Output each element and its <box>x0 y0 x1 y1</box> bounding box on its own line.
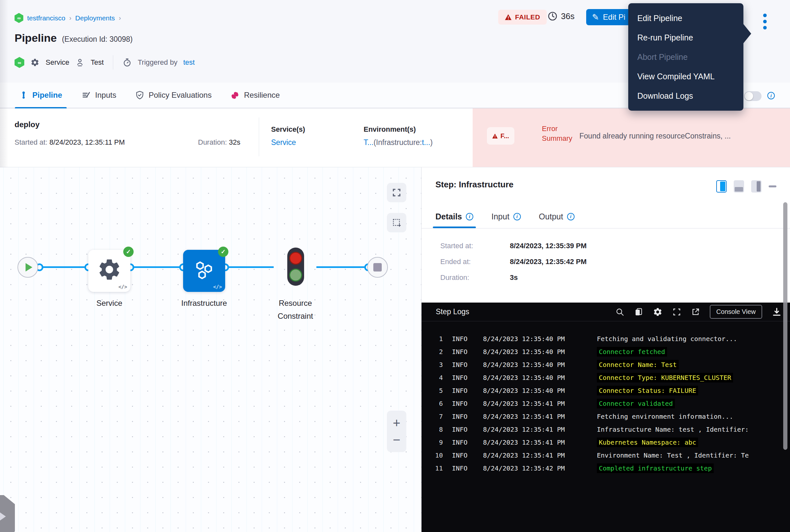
breadcrumb-deployments-link[interactable]: Deployments <box>75 14 115 22</box>
success-check-icon: ✓ <box>218 247 228 257</box>
download-logs-icon[interactable] <box>772 307 782 317</box>
start-node[interactable] <box>18 257 38 278</box>
log-line-number: 9 <box>422 438 443 446</box>
info-icon[interactable]: i <box>466 213 473 221</box>
menu-item[interactable]: Re-run Pipeline <box>628 28 744 47</box>
step-detail-fields: Started at: 8/24/2023, 12:35:39 PM Ended… <box>440 238 586 285</box>
layout-split-right-icon[interactable] <box>716 180 727 192</box>
infrastructure-link[interactable]: t... <box>422 138 430 147</box>
triggered-by-user-link[interactable]: test <box>183 58 194 66</box>
log-level: INFO <box>452 464 477 472</box>
log-level: INFO <box>452 400 477 407</box>
layout-right-icon[interactable] <box>751 180 762 192</box>
log-line-number: 2 <box>422 348 443 356</box>
environment-name: Test <box>91 58 103 66</box>
log-timestamp: 8/24/2023 12:35:42 PM <box>483 464 597 472</box>
breadcrumb-account-link[interactable]: testfrancisco <box>27 14 65 22</box>
log-line: 8 INFO 8/24/2023 12:35:41 PM Infrastruct… <box>422 423 790 436</box>
tab-resilience[interactable]: Resilience <box>231 82 280 108</box>
console-view-button[interactable]: Console View <box>710 305 762 319</box>
log-timestamp: 8/24/2023 12:35:40 PM <box>483 348 597 356</box>
log-message: Fetching and validating connector... <box>597 335 737 343</box>
step-logs-header: Step Logs <box>422 303 790 321</box>
resource-constraint-node[interactable] <box>287 248 304 286</box>
log-line-number: 10 <box>422 452 443 459</box>
log-line-number: 6 <box>422 400 443 407</box>
log-level: INFO <box>452 387 477 395</box>
marquee-select-icon <box>392 218 402 228</box>
copy-icon[interactable] <box>634 307 643 317</box>
info-icon[interactable]: i <box>767 92 775 99</box>
arrow-right-icon <box>0 512 6 521</box>
stopwatch-icon <box>122 58 132 67</box>
info-icon[interactable]: i <box>514 213 521 221</box>
log-fullscreen-icon[interactable] <box>672 307 681 317</box>
divider <box>259 117 259 156</box>
log-message: Completed infrastructure step <box>597 463 714 473</box>
zoom-out-button[interactable]: − <box>393 435 400 444</box>
error-summary-area: F... Error Summary Found already running… <box>473 109 790 167</box>
log-search-icon[interactable] <box>615 307 624 317</box>
log-timestamp: 8/24/2023 12:35:40 PM <box>483 361 597 368</box>
edge <box>130 266 183 268</box>
log-line: 10 INFO 8/24/2023 12:35:41 PM Environmen… <box>422 449 790 462</box>
tab-pipeline[interactable]: Pipeline <box>19 82 62 108</box>
log-timestamp: 8/24/2023 12:35:41 PM <box>483 425 597 433</box>
log-message: Fetching environment information... <box>597 413 733 420</box>
panel-scrollbar[interactable] <box>783 202 787 450</box>
canvas-fullscreen-button[interactable] <box>387 183 406 202</box>
fullscreen-icon <box>392 188 402 197</box>
menu-item[interactable]: Edit Pipeline <box>628 8 744 28</box>
view-toggle[interactable] <box>744 91 762 101</box>
tab-inputs[interactable]: Inputs <box>81 82 116 108</box>
error-summary-label: Error Summary <box>542 124 580 144</box>
canvas-select-button[interactable] <box>387 213 406 232</box>
minimize-panel-icon[interactable] <box>769 186 776 187</box>
log-message: Connector fetched <box>597 347 667 357</box>
infrastructure-node[interactable]: </> ✓ <box>183 250 225 292</box>
menu-item[interactable]: Download Logs <box>628 86 744 106</box>
menu-item[interactable]: View Compiled YAML <box>628 66 744 86</box>
log-message: Connector Status: FAILURE <box>597 386 698 396</box>
pencil-icon: ✎ <box>592 12 599 22</box>
log-line: 5 INFO 8/24/2023 12:35:40 PM Connector S… <box>422 384 790 397</box>
log-level: INFO <box>452 438 477 446</box>
pipeline-graph-canvas[interactable]: </> ✓ </> ✓ Service Infrastructure Resou… <box>0 167 421 532</box>
service-node[interactable]: </> ✓ <box>88 250 130 292</box>
log-timestamp: 8/24/2023 12:35:41 PM <box>483 400 597 407</box>
pipeline-actions-menu: Edit PipelineRe-run PipelineAbort Pipeli… <box>628 3 744 111</box>
kebab-menu-icon[interactable] <box>759 12 771 31</box>
breadcrumb: ∞ testfrancisco › Deployments › <box>15 13 121 23</box>
end-node[interactable] <box>367 257 388 278</box>
layout-bottom-icon[interactable] <box>734 180 744 192</box>
title-row: Pipeline (Execution Id: 30098) <box>15 32 133 44</box>
log-line-number: 1 <box>422 335 443 343</box>
step-detail-tab[interactable]: Details i <box>436 206 473 227</box>
stage-name: deploy <box>15 120 39 129</box>
log-timestamp: 8/24/2023 12:35:41 PM <box>483 452 597 459</box>
log-lines[interactable]: 1 INFO 8/24/2023 12:35:40 PM Fetching an… <box>422 321 790 475</box>
environments-column: Environment(s) T...(Infrastructure:t...) <box>364 125 432 147</box>
menu-item[interactable]: Abort Pipeline <box>628 47 744 66</box>
edge <box>38 266 88 268</box>
log-line-number: 4 <box>422 374 443 381</box>
step-detail-tab[interactable]: Input i <box>492 206 521 227</box>
open-in-new-icon[interactable] <box>691 307 700 317</box>
services-column: Service(s) Service <box>271 125 305 147</box>
stage-started-at: Started at: 8/24/2023, 12:35:11 PM <box>15 138 125 147</box>
log-message: Environment Name: Test , Identifier: Te <box>597 452 749 459</box>
success-check-icon: ✓ <box>123 247 134 257</box>
tab-policy-evaluations[interactable]: Policy Evaluations <box>136 82 212 108</box>
log-message: Connector Type: KUBERNETES_CLUSTER <box>597 373 733 382</box>
info-icon[interactable]: i <box>567 213 575 221</box>
detail-row: Started at: 8/24/2023, 12:35:39 PM <box>440 238 586 254</box>
service-link[interactable]: Service <box>271 138 296 147</box>
edge <box>316 266 368 268</box>
environment-link[interactable]: T... <box>364 138 374 147</box>
step-detail-tab[interactable]: Output i <box>539 206 575 227</box>
zoom-in-button[interactable]: + <box>393 418 400 428</box>
resilience-icon <box>231 91 239 99</box>
log-line: 11 INFO 8/24/2023 12:35:42 PM Completed … <box>422 462 790 475</box>
log-settings-gear-icon[interactable] <box>653 307 662 317</box>
log-line: 7 INFO 8/24/2023 12:35:41 PM Fetching en… <box>422 410 790 423</box>
